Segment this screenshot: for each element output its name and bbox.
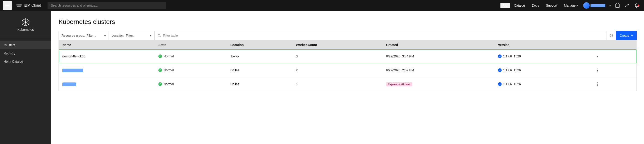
- version-cell: 1.17.6_1526: [498, 82, 586, 86]
- expires-badge: Expires in 26 days: [386, 82, 412, 86]
- brand-name: IBM Cloud: [24, 3, 41, 7]
- svg-line-22: [160, 36, 161, 37]
- table-row[interactable]: demo-k8s-tok05 Normal Tokyo 3 6/22/2020,…: [59, 49, 636, 63]
- user-chevron-icon: ▾: [610, 4, 611, 7]
- svg-rect-6: [17, 7, 21, 7]
- col-name: Name: [59, 40, 155, 49]
- sidebar-service-header: Kubernetes: [0, 15, 51, 36]
- user-name-redacted: [590, 4, 606, 7]
- kubernetes-version-icon: [498, 82, 502, 86]
- status-dot-icon: [158, 68, 162, 72]
- cell-created: Expires in 26 days: [382, 77, 494, 91]
- avatar: [583, 2, 590, 9]
- calendar-button[interactable]: [613, 3, 622, 8]
- main-content: Kubernetes clusters Resource group: Filt…: [51, 11, 644, 144]
- search-input[interactable]: [48, 2, 166, 9]
- cell-overflow: ⋮: [590, 63, 636, 77]
- search-icon-button[interactable]: [500, 3, 510, 8]
- table-search[interactable]: [154, 31, 607, 40]
- sidebar-item-clusters[interactable]: Clusters: [0, 41, 51, 49]
- resource-group-label: Resource group:: [62, 34, 85, 37]
- resource-group-value: Filter...: [86, 34, 96, 37]
- sidebar-service-name: Kubernetes: [17, 28, 34, 31]
- user-account-button[interactable]: ... ▾: [582, 2, 612, 9]
- sidebar-item-helm-catalog-label: Helm Catalog: [4, 60, 23, 63]
- status-dot-icon: [158, 55, 162, 58]
- redacted-name: [62, 69, 83, 72]
- col-state: State: [155, 40, 227, 49]
- cell-name: [59, 63, 155, 77]
- brand-logo: IBM Cloud: [14, 3, 44, 8]
- edit-button[interactable]: [622, 3, 632, 8]
- main-layout: Kubernetes Clusters Registry Helm Catalo…: [0, 11, 644, 144]
- status-normal: Normal: [158, 68, 223, 72]
- hamburger-menu-button[interactable]: [3, 1, 12, 10]
- svg-point-14: [25, 21, 27, 23]
- table-row[interactable]: Normal Dallas 1 Expires in 26 days 1.17.…: [59, 77, 636, 91]
- cell-created: 6/22/2020, 3:44 PM: [382, 49, 494, 63]
- cell-version: 1.17.6_1526: [494, 63, 590, 77]
- docs-link[interactable]: Docs: [528, 4, 542, 7]
- filter-table-input[interactable]: [163, 34, 604, 37]
- svg-rect-9: [616, 4, 619, 7]
- svg-rect-3: [16, 4, 22, 4]
- cell-worker-count: 1: [292, 77, 382, 91]
- table-row[interactable]: Normal Dallas 2 6/22/2020, 2:57 PM 1.17.…: [59, 63, 636, 77]
- svg-line-18: [27, 23, 29, 24]
- topnav-right-actions: Catalog Docs Support Manage ▾ ... ▾: [500, 2, 641, 9]
- sidebar-item-registry[interactable]: Registry: [0, 49, 51, 57]
- sidebar-item-registry-label: Registry: [4, 52, 15, 55]
- create-button[interactable]: Create +: [616, 31, 637, 40]
- cell-worker-count: 3: [292, 49, 382, 63]
- clusters-table: Name State Location Worker Count Created…: [58, 40, 637, 91]
- col-worker-count: Worker Count: [292, 40, 382, 49]
- svg-line-8: [506, 6, 507, 7]
- filter-search-icon: [158, 34, 161, 37]
- svg-rect-1: [5, 5, 10, 6]
- create-plus-icon: +: [630, 33, 633, 38]
- svg-point-23: [611, 35, 612, 36]
- cell-version: 1.17.6_1526: [494, 49, 590, 63]
- cell-name: demo-k8s-tok05: [59, 49, 155, 63]
- resource-group-filter[interactable]: Resource group: Filter... ▾: [58, 31, 109, 40]
- cell-state: Normal: [155, 49, 227, 63]
- svg-rect-0: [5, 4, 10, 4]
- toolbar: Resource group: Filter... ▾ Location: Fi…: [58, 31, 637, 40]
- settings-icon: [610, 34, 613, 37]
- row-overflow-button[interactable]: ⋮: [594, 80, 601, 88]
- row-overflow-button[interactable]: ⋮: [594, 53, 601, 60]
- cell-location: Dallas: [227, 63, 292, 77]
- create-label: Create: [620, 34, 629, 37]
- sidebar-item-helm-catalog[interactable]: Helm Catalog: [0, 57, 51, 66]
- sidebar-divider: [0, 39, 51, 39]
- manage-link[interactable]: Manage ▾: [561, 4, 581, 7]
- manage-chevron-icon: ▾: [576, 4, 578, 7]
- row-overflow-button[interactable]: ⋮: [594, 67, 601, 74]
- resource-group-chevron-icon: ▾: [104, 34, 106, 37]
- notification-badge: [638, 4, 640, 6]
- page-title: Kubernetes clusters: [58, 18, 637, 25]
- status-dot-icon: [158, 82, 162, 86]
- sidebar-item-clusters-label: Clusters: [4, 43, 15, 47]
- svg-rect-5: [16, 6, 22, 6]
- version-cell: 1.17.6_1526: [498, 68, 586, 72]
- cell-overflow: ⋮: [590, 49, 636, 63]
- cell-name: [59, 77, 155, 91]
- redacted-name: [62, 82, 76, 86]
- svg-rect-4: [17, 5, 21, 5]
- notification-button[interactable]: [632, 3, 641, 8]
- cell-overflow: ⋮: [590, 77, 636, 91]
- location-filter[interactable]: Location: Filter... ▾: [109, 31, 154, 40]
- top-navigation: IBM Cloud Catalog Docs Support Manage ▾ …: [0, 0, 644, 11]
- table-header-row: Name State Location Worker Count Created…: [59, 40, 636, 49]
- col-version: Version: [494, 40, 590, 49]
- cell-created: 6/22/2020, 2:57 PM: [382, 63, 494, 77]
- sidebar: Kubernetes Clusters Registry Helm Catalo…: [0, 11, 51, 144]
- svg-rect-2: [5, 7, 10, 7]
- catalog-link[interactable]: Catalog: [511, 4, 528, 7]
- support-link[interactable]: Support: [543, 4, 560, 7]
- location-label: Location:: [112, 34, 124, 37]
- global-search[interactable]: [48, 2, 166, 9]
- cell-location: Tokyo: [227, 49, 292, 63]
- settings-button[interactable]: [607, 31, 616, 40]
